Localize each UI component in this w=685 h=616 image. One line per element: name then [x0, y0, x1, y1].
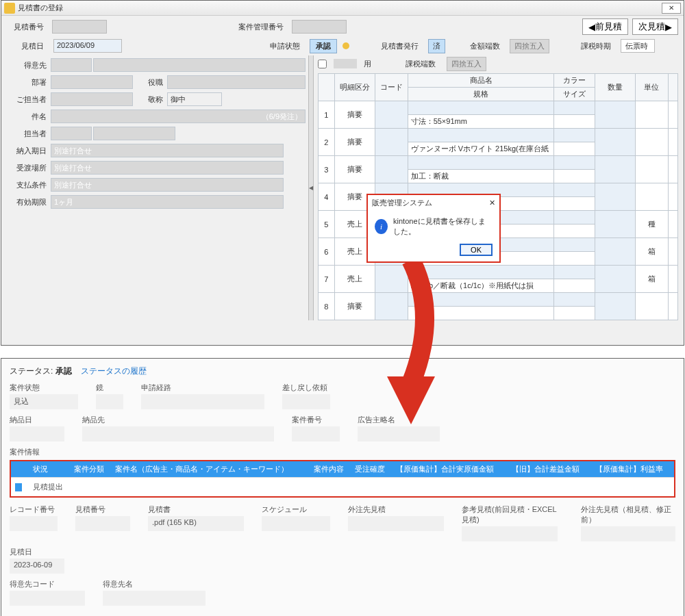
splitter[interactable]: ◀: [308, 55, 314, 320]
title-label: 役職: [133, 77, 167, 88]
quote-no-field[interactable]: [52, 20, 107, 34]
quote-no-label: 見積番号: [7, 22, 48, 32]
info-icon: i: [375, 219, 388, 234]
case-info-table: 状況案件分類 案件名（広告主・商品名・アイテム・キーワード）案件内容 受注確度【…: [11, 461, 674, 496]
ship-date-label: 納品日: [10, 415, 64, 425]
contact-field[interactable]: [51, 92, 133, 106]
cust-name-label: 得意先名: [103, 579, 206, 589]
location-label: 受渡場所: [10, 163, 51, 173]
ext-quote-label: 外注先見積: [348, 504, 444, 515]
quote-doc-field[interactable]: .pdf (165 KB): [148, 516, 244, 531]
ext-quote2-field: [581, 526, 675, 541]
delivery-field[interactable]: 別途打合せ: [51, 144, 284, 157]
ship-to-field: [82, 426, 274, 441]
status-dot-icon: [342, 42, 349, 49]
case-status-label: 案件状態: [10, 383, 78, 393]
quote-date-label: 見積日: [10, 41, 48, 51]
reject-field: [282, 394, 330, 409]
dialog-title: 販売管理システム: [372, 198, 432, 208]
window-title: 見積書の登録: [18, 3, 63, 13]
b-case-no-label: 案件番号: [292, 415, 340, 425]
case-status-field: 見込: [10, 394, 78, 409]
quote-doc-label: 見積書: [148, 504, 244, 515]
table-row[interactable]: 見積提出: [11, 478, 674, 497]
b-quote-no-field: [75, 516, 130, 531]
redacted: [334, 59, 357, 68]
person-name[interactable]: [93, 127, 175, 140]
dialog-message: kintoneに見積書を保存しました。: [393, 216, 493, 237]
app-status-value: 承認: [310, 39, 337, 53]
prev-quote-button[interactable]: ◀ 前見積: [582, 18, 628, 35]
tax-frac-label: 課税端数: [406, 59, 440, 69]
honorific-field[interactable]: 御中: [167, 92, 222, 106]
arrow-icon: [384, 260, 466, 438]
case-info-header: 案件情報: [10, 447, 675, 457]
b-quote-date-field: 2023-06-09: [10, 559, 64, 574]
route-field: [141, 394, 264, 409]
cust-code-label: 得意先コード: [10, 579, 85, 589]
honorific-label: 敬称: [133, 94, 167, 105]
for-checkbox[interactable]: [318, 60, 327, 68]
b-quote-no-label: 見積番号: [75, 504, 130, 515]
close-icon[interactable]: ✕: [662, 3, 681, 14]
delivery-label: 納入期日: [10, 146, 51, 156]
rec-no-label: レコード番号: [10, 504, 58, 515]
customer-code[interactable]: [51, 58, 92, 72]
status-value: 承認: [55, 366, 72, 376]
subject-field[interactable]: （6/9発注）: [51, 110, 306, 123]
amount-frac-label: 金額端数: [470, 41, 504, 51]
ref-quote-label: 参考見積(前回見積・EXCEL見積): [462, 504, 563, 525]
schedule-field: [262, 516, 330, 531]
ship-to-label: 納品先: [82, 415, 274, 425]
payment-field[interactable]: 別途打合せ: [51, 178, 284, 192]
app-status-label: 申請状態: [270, 41, 304, 51]
reject-label: 差し戻し依頼: [282, 383, 330, 393]
customer-label: 得意先: [10, 60, 51, 70]
validity-field[interactable]: 1ヶ月: [51, 195, 284, 209]
cust-name-field: [103, 591, 206, 606]
dialog-close-icon[interactable]: ✕: [489, 198, 495, 207]
dept-field[interactable]: [51, 75, 133, 89]
quote-date-field[interactable]: 2023/06/09: [53, 39, 122, 53]
ext-quote-field: [348, 516, 444, 531]
kagami-label: 鏡: [96, 383, 123, 393]
issue-value: 済: [428, 39, 445, 53]
payment-label: 支払条件: [10, 180, 51, 190]
tax-frac-select[interactable]: 四捨五入: [447, 57, 486, 71]
person-label: 担当者: [10, 129, 51, 139]
case-no-field[interactable]: [292, 20, 347, 34]
schedule-label: スケジュール: [262, 504, 330, 515]
ship-date-field: [10, 426, 64, 441]
contact-label: ご担当者: [10, 94, 51, 105]
kagami-field: [96, 394, 123, 409]
rec-no-field: [10, 516, 58, 531]
svg-marker-0: [387, 376, 435, 424]
next-quote-button[interactable]: 次見積 ▶: [632, 18, 678, 35]
tax-time-label: 課税時期: [581, 41, 615, 51]
location-field[interactable]: 別途打合せ: [51, 161, 284, 175]
customer-name[interactable]: [93, 58, 306, 72]
amount-frac-select[interactable]: 四捨五入: [510, 39, 549, 53]
b-quote-date-label: 見積日: [10, 547, 64, 557]
doc-icon: [15, 483, 22, 491]
subject-label: 件名: [10, 112, 51, 122]
status-history-link[interactable]: ステータスの履歴: [81, 366, 147, 376]
dept-label: 部署: [10, 77, 51, 88]
app-icon: [4, 3, 15, 14]
cust-code-field: [10, 591, 85, 606]
for-label: 用: [364, 59, 371, 69]
case-no-label: 案件管理番号: [238, 22, 288, 32]
ext-quote2-label: 外注先見積（相見積、修正前）: [581, 504, 675, 525]
person-code[interactable]: [51, 127, 92, 140]
validity-label: 有効期限: [10, 197, 51, 207]
ok-button[interactable]: OK: [460, 244, 493, 256]
b-case-no-field: [292, 426, 340, 441]
ref-quote-field: [462, 526, 558, 541]
issue-label: 見積書発行: [381, 41, 423, 51]
route-label: 申請経路: [141, 383, 264, 393]
info-dialog: 販売管理システム✕ ikintoneに見積書を保存しました。 OK: [366, 194, 501, 263]
tax-time-value: 伝票時: [621, 39, 655, 53]
status-label: ステータス:: [10, 366, 53, 376]
title-field[interactable]: [167, 75, 306, 89]
